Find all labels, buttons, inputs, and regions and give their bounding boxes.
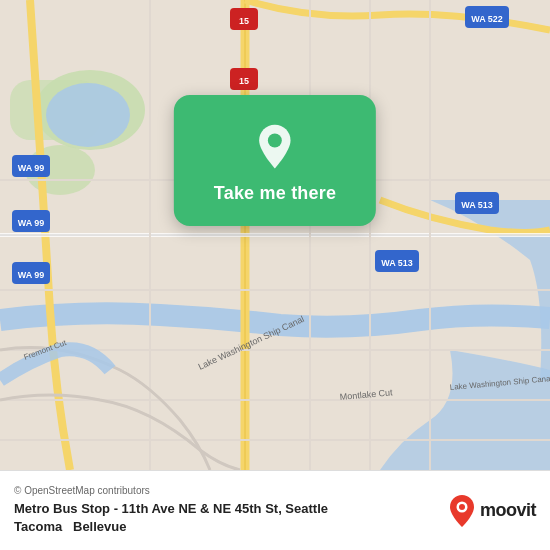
take-me-there-button[interactable]: Take me there — [214, 183, 336, 204]
action-card: Take me there — [174, 95, 376, 226]
copyright-text: © OpenStreetMap contributors — [14, 485, 438, 496]
svg-text:15: 15 — [239, 76, 249, 86]
location-title: Metro Bus Stop - 11th Ave NE & NE 45th S… — [14, 500, 438, 536]
svg-text:15: 15 — [239, 16, 249, 26]
moovit-pin-icon — [448, 494, 476, 528]
location-pin-icon — [251, 123, 299, 171]
svg-point-38 — [268, 133, 282, 147]
svg-point-40 — [459, 504, 465, 510]
svg-text:WA 99: WA 99 — [18, 163, 45, 173]
svg-text:WA 513: WA 513 — [381, 258, 413, 268]
svg-text:WA 99: WA 99 — [18, 270, 45, 280]
info-bar: © OpenStreetMap contributors Metro Bus S… — [0, 470, 550, 550]
svg-text:WA 522: WA 522 — [471, 14, 503, 24]
svg-point-4 — [46, 83, 130, 147]
info-text: © OpenStreetMap contributors Metro Bus S… — [14, 485, 438, 536]
map-container[interactable]: WA 99 WA 99 WA 99 15 15 WA 522 WA 513 WA… — [0, 0, 550, 470]
moovit-brand-name: moovit — [480, 500, 536, 521]
svg-text:WA 99: WA 99 — [18, 218, 45, 228]
moovit-logo: moovit — [448, 494, 536, 528]
svg-text:WA 513: WA 513 — [461, 200, 493, 210]
